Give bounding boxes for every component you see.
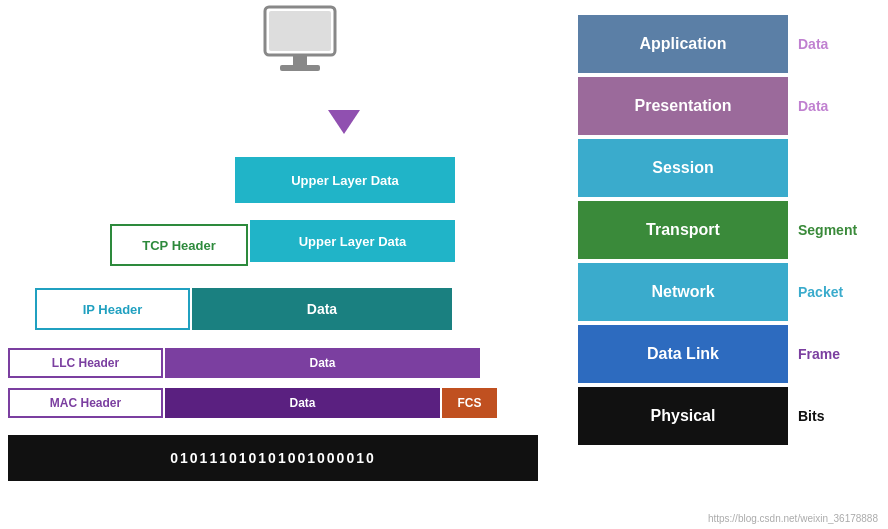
svg-rect-1 [269, 11, 331, 51]
main-container: Upper Layer Data TCP Header Upper Layer … [0, 0, 888, 529]
computer-icon [255, 5, 345, 80]
svg-rect-3 [280, 65, 320, 71]
osi-label-presentation: Data [788, 98, 878, 114]
osi-box-presentation: Presentation [578, 77, 788, 135]
osi-box-application: Application [578, 15, 788, 73]
osi-layer-network: Network Packet [578, 263, 888, 321]
osi-label-application: Data [788, 36, 878, 52]
osi-label-physical: Bits [788, 408, 878, 424]
upper-layer-data-1: Upper Layer Data [235, 157, 455, 203]
osi-box-network: Network [578, 263, 788, 321]
osi-label-network: Packet [788, 284, 878, 300]
upper-layer-data-2: Upper Layer Data [250, 220, 455, 262]
osi-model: Application Data Presentation Data Sessi… [578, 15, 888, 449]
osi-box-physical: Physical [578, 387, 788, 445]
osi-layer-physical: Physical Bits [578, 387, 888, 445]
llc-data: Data [165, 348, 480, 378]
osi-box-transport: Transport [578, 201, 788, 259]
osi-box-datalink: Data Link [578, 325, 788, 383]
llc-header-box: LLC Header [8, 348, 163, 378]
osi-layer-presentation: Presentation Data [578, 77, 888, 135]
osi-layer-session: Session [578, 139, 888, 197]
down-arrow [328, 110, 360, 134]
osi-layer-application: Application Data [578, 15, 888, 73]
tcp-header-box: TCP Header [110, 224, 248, 266]
osi-layer-transport: Transport Segment [578, 201, 888, 259]
binary-row: 010111010101001000010 [8, 435, 538, 481]
osi-box-session: Session [578, 139, 788, 197]
osi-label-transport: Segment [788, 222, 878, 238]
osi-label-datalink: Frame [788, 346, 878, 362]
mac-fcs: FCS [442, 388, 497, 418]
mac-header-box: MAC Header [8, 388, 163, 418]
watermark: https://blog.csdn.net/weixin_36178888 [708, 513, 878, 524]
svg-rect-2 [293, 55, 307, 65]
mac-data: Data [165, 388, 440, 418]
ip-data: Data [192, 288, 452, 330]
osi-layer-datalink: Data Link Frame [578, 325, 888, 383]
ip-header-box: IP Header [35, 288, 190, 330]
